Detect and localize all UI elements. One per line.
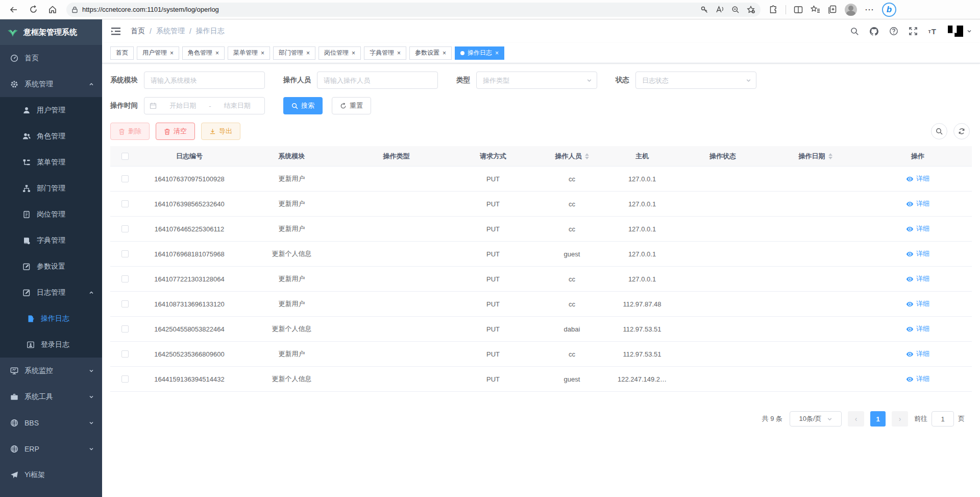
detail-link[interactable]: 详细 [906,299,929,309]
read-aloud-icon[interactable] [716,6,724,13]
password-key-icon[interactable] [700,6,708,14]
sidebar-item-monitor[interactable]: 系统监控 [0,358,102,384]
row-checkbox[interactable] [121,325,129,333]
column-header-operator[interactable]: 操作人员 [538,152,606,161]
refresh-icon[interactable] [24,2,42,17]
row-checkbox[interactable] [121,350,129,358]
extensions-icon[interactable] [769,5,778,14]
detail-link[interactable]: 详细 [906,224,929,233]
sidebar-item-dept[interactable]: 部门管理 [0,175,102,201]
sidebar-item-erp[interactable]: ERP [0,436,102,462]
detail-link[interactable]: 详细 [906,174,929,183]
fullscreen-icon[interactable] [909,27,918,36]
bing-sidebar-icon[interactable]: b [882,3,896,17]
date-start-placeholder[interactable]: 开始日期 [161,101,205,110]
back-icon[interactable] [5,2,22,17]
row-checkbox[interactable] [121,375,129,383]
tab-首页[interactable]: 首页 [110,46,134,60]
sidebar-item-param[interactable]: 参数设置 [0,253,102,279]
sidebar-item-menu[interactable]: 菜单管理 [0,149,102,175]
search-icon[interactable] [850,27,859,36]
breadcrumb-item[interactable]: 首页 [131,27,145,36]
row-checkbox[interactable] [121,250,129,257]
status-filter-select[interactable] [635,72,756,89]
sort-icon[interactable] [585,153,589,159]
more-menu-icon[interactable]: ⋯ [865,4,874,15]
clear-button[interactable]: 清空 [156,123,195,140]
close-icon[interactable]: × [170,50,174,57]
yi-framework-logo[interactable] [947,25,972,38]
sidebar-item-role[interactable]: 角色管理 [0,123,102,149]
address-bar[interactable]: https://ccnetcore.com:1101/system/log/op… [66,3,761,17]
sidebar-item-post[interactable]: 岗位管理 [0,201,102,227]
operator-filter-input[interactable] [317,72,438,89]
row-checkbox[interactable] [121,225,129,232]
sidebar-item-home[interactable]: 首页 [0,45,102,71]
breadcrumb-item[interactable]: 系统管理 [156,27,185,36]
column-header-date[interactable]: 操作日期 [767,152,864,161]
detail-link[interactable]: 详细 [906,374,929,384]
font-size-icon[interactable]: тT [928,27,937,36]
row-checkbox[interactable] [121,300,129,307]
close-icon[interactable]: × [215,50,219,57]
date-end-placeholder[interactable]: 结束日期 [215,101,259,110]
tab-部门管理[interactable]: 部门管理× [273,46,315,60]
split-screen-icon[interactable] [794,6,803,14]
row-checkbox[interactable] [121,275,129,282]
sidebar-collapse-icon[interactable] [110,26,121,37]
show-search-toggle-button[interactable] [931,123,947,139]
page-size-select[interactable]: 10条/页 [790,411,842,427]
tab-菜单管理[interactable]: 菜单管理× [228,46,270,60]
select-all-checkbox[interactable] [121,153,129,160]
tab-字典管理[interactable]: 字典管理× [364,46,406,60]
delete-button[interactable]: 删除 [110,123,150,140]
profile-avatar[interactable] [845,4,857,16]
refresh-table-button[interactable] [953,123,970,139]
github-icon[interactable] [869,27,879,36]
sidebar-item-system[interactable]: 系统管理 [0,71,102,97]
prev-page-button[interactable]: ‹ [848,411,864,427]
close-icon[interactable]: × [397,50,401,57]
close-icon[interactable]: × [443,50,446,57]
tab-用户管理[interactable]: 用户管理× [137,46,179,60]
sidebar-item-yiframe[interactable]: Yi框架 [0,462,102,488]
sidebar-item-tools[interactable]: 系统工具 [0,384,102,410]
close-icon[interactable]: × [306,50,310,57]
next-page-button[interactable]: › [892,411,908,427]
close-icon[interactable]: × [352,50,355,57]
breadcrumb-item[interactable]: 操作日志 [196,27,225,36]
sidebar-item-bbs[interactable]: BBS [0,410,102,436]
add-favorite-icon[interactable] [747,6,755,14]
type-filter-select[interactable] [476,72,597,89]
reset-button[interactable]: 重置 [332,97,371,114]
zoom-out-icon[interactable] [731,6,740,14]
tab-操作日志[interactable]: 操作日志× [455,46,504,60]
close-icon[interactable]: × [261,50,264,57]
tab-参数设置[interactable]: 参数设置× [409,46,452,60]
detail-link[interactable]: 详细 [906,274,929,283]
sidebar-item-logmgr[interactable]: 日志管理 [0,279,102,305]
date-range-picker[interactable]: 开始日期 - 结束日期 [144,97,265,114]
row-checkbox[interactable] [121,200,129,207]
export-button[interactable]: 导出 [201,123,240,140]
search-button[interactable]: 搜索 [283,97,323,114]
detail-link[interactable]: 详细 [906,324,929,334]
collections-icon[interactable] [828,5,837,14]
url-text[interactable]: https://ccnetcore.com:1101/system/log/op… [82,6,696,13]
home-icon[interactable] [44,2,61,17]
tab-岗位管理[interactable]: 岗位管理× [318,46,361,60]
sidebar-item-dict[interactable]: 字典管理 [0,227,102,253]
sidebar-item-user[interactable]: 用户管理 [0,97,102,123]
goto-page-input[interactable] [932,411,954,427]
module-filter-input[interactable] [144,72,265,89]
row-checkbox[interactable] [121,175,129,182]
detail-link[interactable]: 详细 [906,249,929,258]
close-icon[interactable]: × [495,50,499,57]
favorites-bar-icon[interactable] [811,5,820,14]
sidebar-item-operlog[interactable]: 操作日志 [0,305,102,332]
page-number-button[interactable]: 1 [870,411,886,427]
detail-link[interactable]: 详细 [906,199,929,208]
detail-link[interactable]: 详细 [906,349,929,359]
tab-角色管理[interactable]: 角色管理× [182,46,225,60]
sort-icon[interactable] [828,153,832,159]
